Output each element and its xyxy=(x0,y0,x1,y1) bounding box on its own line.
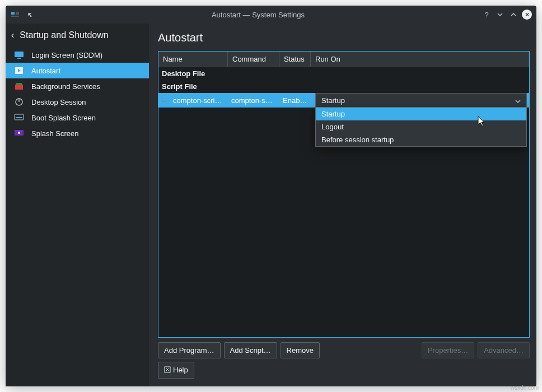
cell-name: compton-script.sh xyxy=(170,94,228,107)
svg-point-13 xyxy=(18,132,20,134)
pin-icon[interactable] xyxy=(25,10,35,20)
table-header: Name Command Status Run On xyxy=(158,52,529,67)
combobox-button[interactable]: Startup xyxy=(315,93,527,108)
autostart-table: Name Command Status Run On Desktop File … xyxy=(158,51,530,338)
chevron-left-icon: ‹ xyxy=(11,30,14,40)
col-command[interactable]: Command xyxy=(228,52,279,67)
sidebar-item-background-services[interactable]: Background Services xyxy=(6,78,149,94)
help-icon[interactable]: ? xyxy=(482,10,492,20)
sidebar-item-boot-splash[interactable]: Boot Splash Screen xyxy=(6,110,149,125)
help-row: Help xyxy=(158,362,530,382)
help-badge-icon xyxy=(164,366,171,375)
sidebar-item-autostart[interactable]: Autostart xyxy=(6,63,149,78)
maximize-icon[interactable] xyxy=(508,10,518,20)
button-row: Add Program… Add Script… Remove Properti… xyxy=(158,338,530,362)
sidebar-item-label: Splash Screen xyxy=(31,129,79,138)
settings-window: Autostart — System Settings ? ✕ ‹ Startu… xyxy=(6,6,536,386)
combo-option-startup[interactable]: Startup xyxy=(316,108,526,120)
remove-button[interactable]: Remove xyxy=(281,342,320,358)
sidebar-item-label: Desktop Session xyxy=(31,98,86,106)
app-menu-icon[interactable] xyxy=(10,10,20,20)
combo-option-before-session[interactable]: Before session startup xyxy=(316,133,526,146)
cell-command: compton-scri… xyxy=(228,94,279,107)
sidebar-item-login-screen[interactable]: Login Screen (SDDM) xyxy=(6,47,149,63)
tree-expander-icon xyxy=(158,96,170,104)
boot-splash-icon xyxy=(13,113,25,122)
sidebar-item-desktop-session[interactable]: Desktop Session xyxy=(6,94,149,110)
advanced-button: Advanced… xyxy=(478,342,530,358)
runon-combobox[interactable]: Startup Startup Logout Before session st… xyxy=(315,93,527,147)
sidebar-item-splash-screen[interactable]: Splash Screen xyxy=(6,125,149,141)
svg-rect-7 xyxy=(16,83,22,85)
chevron-down-icon xyxy=(515,96,521,105)
combobox-popup: Startup Logout Before session startup xyxy=(315,108,527,147)
titlebar: Autostart — System Settings ? ✕ xyxy=(6,6,536,24)
sidebar-item-label: Boot Splash Screen xyxy=(31,114,96,122)
col-runon[interactable]: Run On xyxy=(311,52,529,67)
svg-rect-6 xyxy=(15,85,23,90)
power-icon xyxy=(13,97,25,106)
help-button[interactable]: Help xyxy=(158,362,194,379)
watermark: wsxdn.com xyxy=(511,385,539,391)
col-name[interactable]: Name xyxy=(158,52,228,67)
sidebar-header-label: Startup and Shutdown xyxy=(20,30,108,40)
page-title: Autostart xyxy=(158,31,530,44)
svg-rect-11 xyxy=(16,117,22,118)
monitor-icon xyxy=(13,50,25,59)
sidebar-item-label: Autostart xyxy=(31,67,60,75)
sidebar-back[interactable]: ‹ Startup and Shutdown xyxy=(6,26,149,47)
combo-option-logout[interactable]: Logout xyxy=(316,120,526,133)
sidebar-item-label: Background Services xyxy=(31,82,100,91)
svg-rect-0 xyxy=(11,12,15,15)
combobox-value: Startup xyxy=(321,96,345,105)
services-icon xyxy=(13,82,25,91)
properties-button: Properties… xyxy=(422,342,474,358)
splash-icon xyxy=(13,129,25,138)
sidebar: ‹ Startup and Shutdown Login Screen (SDD… xyxy=(6,24,149,386)
section-script-file[interactable]: Script File xyxy=(158,80,529,93)
minimize-icon[interactable] xyxy=(495,10,505,20)
section-desktop-file[interactable]: Desktop File xyxy=(158,67,529,80)
main-panel: Autostart Name Command Status Run On Des… xyxy=(149,24,536,386)
svg-rect-1 xyxy=(16,12,19,15)
help-label: Help xyxy=(173,366,188,374)
svg-rect-4 xyxy=(17,58,21,59)
add-script-button[interactable]: Add Script… xyxy=(224,342,277,358)
sidebar-item-label: Login Screen (SDDM) xyxy=(31,51,102,59)
play-icon xyxy=(13,66,25,75)
close-icon[interactable]: ✕ xyxy=(522,10,532,20)
svg-rect-2 xyxy=(11,16,19,17)
svg-rect-3 xyxy=(15,52,24,57)
col-status[interactable]: Status xyxy=(279,52,311,67)
cell-status: Enabled xyxy=(279,94,311,107)
window-title: Autostart — System Settings xyxy=(35,11,482,19)
add-program-button[interactable]: Add Program… xyxy=(158,342,221,358)
